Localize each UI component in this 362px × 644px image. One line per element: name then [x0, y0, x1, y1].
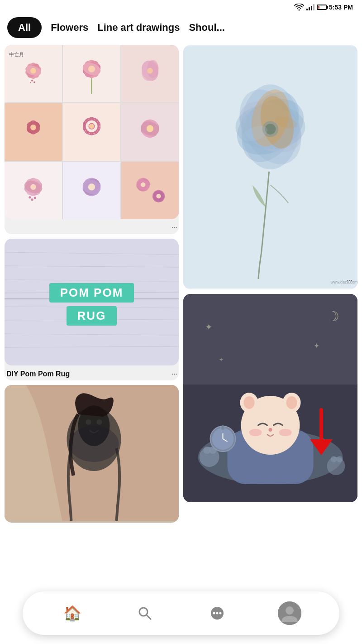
pom-card-image: POM POM RUG	[5, 239, 179, 365]
left-column: 中亡月	[5, 45, 179, 523]
bottom-nav: 🏠	[23, 591, 339, 635]
tattoo-cell-9	[121, 162, 179, 219]
right-column: www.daza.com ···	[183, 45, 357, 523]
svg-point-70	[141, 183, 145, 187]
tattoo-cell-6	[121, 103, 179, 161]
category-line-art[interactable]: Line art drawings	[97, 22, 180, 34]
tattoo-grid: 中亡月	[5, 45, 179, 219]
svg-point-117	[249, 429, 262, 436]
pom-line-2: RUG	[67, 306, 117, 326]
svg-point-113	[244, 396, 255, 409]
tattoo-cell-4	[5, 103, 62, 161]
svg-marker-135	[310, 439, 333, 455]
svg-line-137	[147, 615, 151, 619]
svg-point-54	[29, 196, 31, 198]
svg-point-0	[299, 10, 300, 11]
nav-profile[interactable]	[276, 600, 303, 627]
time: 5:53 PM	[329, 4, 353, 11]
svg-point-8	[30, 68, 36, 74]
svg-text:☽: ☽	[327, 309, 339, 324]
status-icons: 5:53 PM	[294, 4, 353, 11]
svg-point-56	[34, 197, 36, 199]
signal-bars	[306, 4, 314, 10]
arm-tattoo-card	[5, 385, 179, 523]
svg-text:www.daza.com: www.daza.com	[330, 280, 357, 284]
svg-point-141	[219, 612, 222, 615]
pom-card-title: DIY Pom Pom Rug	[6, 370, 70, 378]
tattoo-card-footer: ···	[5, 219, 179, 234]
nav-home[interactable]: 🏠	[59, 600, 86, 627]
flower-more-button[interactable]: ···	[347, 275, 352, 284]
svg-point-118	[279, 429, 292, 436]
svg-point-92	[69, 426, 119, 462]
svg-point-9	[31, 80, 33, 82]
svg-point-76	[156, 194, 161, 198]
red-arrow	[303, 405, 339, 460]
svg-point-46	[147, 125, 153, 132]
svg-point-91	[97, 419, 102, 425]
svg-text:✦: ✦	[205, 322, 213, 332]
tattoo-cell-3	[121, 45, 179, 102]
svg-point-140	[216, 612, 219, 615]
svg-point-139	[213, 612, 215, 615]
svg-point-55	[31, 198, 33, 201]
category-all[interactable]: All	[7, 17, 42, 38]
svg-point-143	[286, 606, 294, 615]
pom-more-button[interactable]: ···	[171, 369, 177, 379]
svg-text:中亡月: 中亡月	[9, 52, 24, 57]
messages-icon	[210, 606, 225, 621]
svg-rect-64	[121, 162, 179, 219]
search-icon	[137, 606, 152, 621]
svg-point-11	[30, 82, 31, 84]
svg-point-115	[286, 396, 297, 409]
home-icon: 🏠	[63, 605, 81, 622]
nav-search[interactable]	[131, 600, 158, 627]
profile-avatar	[278, 601, 301, 625]
svg-rect-33	[63, 103, 120, 161]
anime-card: ☽ ✦ ✦ ✦	[183, 294, 357, 502]
tattoo-cell-7	[5, 162, 62, 219]
pom-card-footer: DIY Pom Pom Rug ···	[5, 365, 179, 380]
status-bar: 5:53 PM	[0, 0, 362, 13]
category-should[interactable]: Shoul...	[189, 22, 224, 34]
tattoo-more-button[interactable]: ···	[171, 223, 177, 232]
tattoo-cell-5	[63, 103, 120, 161]
svg-point-10	[33, 82, 35, 83]
category-bar: All Flowers Line art drawings Shoul...	[0, 13, 362, 45]
battery-icon	[317, 5, 327, 10]
main-grid: 中亡月	[0, 45, 362, 523]
svg-text:✦: ✦	[219, 356, 224, 363]
pom-pom-card: POM POM RUG DIY Pom Pom Rug ···	[5, 239, 179, 380]
tattoo-grid-card: 中亡月	[5, 45, 179, 234]
svg-point-90	[86, 419, 91, 425]
tattoo-cell-2	[63, 45, 120, 102]
category-flowers[interactable]: Flowers	[51, 22, 88, 34]
wifi-icon	[294, 4, 304, 11]
pom-line-1: POM POM	[49, 283, 134, 303]
svg-point-39	[89, 123, 95, 129]
svg-point-24	[147, 68, 153, 74]
flower-illustration-card: www.daza.com ···	[183, 45, 357, 289]
svg-point-53	[30, 184, 36, 190]
svg-point-18	[88, 66, 95, 72]
svg-point-32	[30, 125, 36, 130]
nav-messages[interactable]	[204, 600, 231, 627]
svg-point-116	[269, 428, 272, 432]
svg-text:✦: ✦	[314, 342, 319, 350]
tattoo-cell-1: 中亡月	[5, 45, 62, 102]
svg-point-63	[88, 183, 95, 190]
svg-point-133	[221, 426, 225, 430]
tattoo-cell-8	[63, 162, 120, 219]
